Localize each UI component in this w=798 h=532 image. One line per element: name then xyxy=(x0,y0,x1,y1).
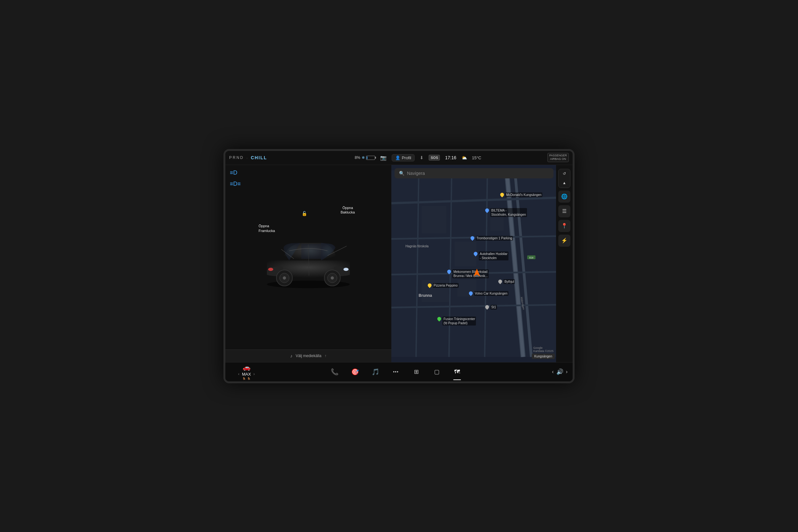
bythjul-label: Bythjul xyxy=(504,279,515,284)
map-location-button[interactable]: 📍 xyxy=(558,220,570,232)
status-left: PRND · CHILL xyxy=(229,155,267,160)
lock-icon[interactable]: 🔓 xyxy=(302,211,307,216)
poi-peppino[interactable]: Pizzeria Peppino xyxy=(428,283,459,288)
prnd-display: PRND xyxy=(229,155,244,160)
svg-point-9 xyxy=(331,277,334,280)
download-icon: ⬇ xyxy=(420,155,423,160)
poi-mekonomen[interactable]: Mekonomen BilverkstadBrunna / Mek Biltek… xyxy=(447,269,489,278)
autohallen-label: Autohallen Husbilar- Stockholm xyxy=(479,251,509,261)
open-baklucka-button[interactable]: ÖppnaBaklucka xyxy=(341,206,355,215)
camera-button[interactable]: 🎯 xyxy=(348,365,362,379)
charge-station-icon: ⚡ xyxy=(561,238,568,244)
poi-volvocar[interactable]: Volvo Car Kungsängen xyxy=(469,291,509,296)
drive-mode-chill: CHILL xyxy=(251,155,267,160)
dots-button[interactable]: ••• xyxy=(389,365,403,379)
snowflake-icon: ❄ xyxy=(362,155,365,160)
map-recenter-button[interactable]: ↺ ▲ xyxy=(558,169,570,188)
music-button[interactable]: 🎵 xyxy=(368,365,382,379)
seat-icon-right: 🪑 xyxy=(247,377,251,380)
left-panel: ≡D ≡D≡ ÖppnaFramlucka ÖppnaBaklucka 🔓 ⚡ xyxy=(225,165,391,362)
trombonstigen-pin xyxy=(470,235,475,241)
camera-icon: 🎯 xyxy=(351,368,359,376)
svg-point-6 xyxy=(283,277,286,280)
separator-dot: · xyxy=(246,155,248,160)
map-panel: E18 Mälarvägen 🔍 Navigera McD xyxy=(391,165,573,362)
profile-button[interactable]: 👤 Profil xyxy=(392,154,415,162)
seat-icons: 🪑 🪑 xyxy=(242,377,251,380)
media-source-label: Välj mediekälla xyxy=(296,354,321,358)
car-area: ÖppnaFramlucka ÖppnaBaklucka 🔓 ⚡ xyxy=(225,165,391,349)
poi-brunna: Brunna xyxy=(418,293,433,299)
google-label: Google xyxy=(533,346,553,349)
map-globe-button[interactable]: 🌐 xyxy=(558,191,570,203)
battery-percent: 8% xyxy=(355,155,360,160)
google-watermark: Google Kartdata ©2025 xyxy=(533,346,553,353)
passenger-airbag-badge: PASSENGER AIRBAG ON xyxy=(547,153,569,162)
baklucka-label: ÖppnaBaklucka xyxy=(341,206,355,214)
bythjul-pin xyxy=(498,279,503,284)
fusion-pin xyxy=(437,316,442,322)
camera-status-icon: 📷 xyxy=(380,155,386,161)
volume-next-button[interactable]: › xyxy=(566,369,568,375)
search-input-wrap[interactable]: 🔍 Navigera xyxy=(395,168,553,178)
search-icon: 🔍 xyxy=(399,171,404,176)
svg-point-3 xyxy=(268,268,273,271)
bottom-center: 📞 🎯 🎵 ••• ⊞ ▢ 🗺 xyxy=(262,365,529,379)
poi-autohallen[interactable]: Autohallen Husbilar- Stockholm xyxy=(474,251,509,261)
compass-icon: ▲ xyxy=(563,180,566,185)
status-center: 8% ❄ 📷 👤 Profil ⬇ SOS 17:16 ⛅ 15°C xyxy=(267,154,569,162)
car-bottom-icon[interactable]: 🚗 xyxy=(243,363,251,371)
svg-point-2 xyxy=(343,268,348,271)
music-icon: 🎵 xyxy=(372,368,380,376)
phone-icon: 📞 xyxy=(331,368,339,376)
st1-pin xyxy=(484,304,490,310)
phone-button[interactable]: 📞 xyxy=(327,365,342,379)
fan-speed-label: MAX xyxy=(242,372,251,377)
passenger-badge-line1: PASSENGER xyxy=(549,154,567,158)
passenger-badge-line2: AIRBAG ON xyxy=(549,157,567,161)
car-svg xyxy=(257,225,359,289)
seat-icon-left: 🪑 xyxy=(242,377,246,380)
profile-person-icon: 👤 xyxy=(395,155,400,160)
peppino-pin xyxy=(427,283,432,288)
poi-fusion[interactable]: Fusion Träningscenter(fd Popup Padel) xyxy=(437,317,476,325)
media-expand-icon: ↑ xyxy=(325,354,326,358)
biltema-pin xyxy=(484,208,490,213)
grid-icon: ⊞ xyxy=(414,368,419,375)
status-bar: PRND · CHILL 8% ❄ 📷 👤 Profil ⬇ SO xyxy=(225,151,573,165)
fan-next-button[interactable]: › xyxy=(253,372,255,376)
square-button[interactable]: ▢ xyxy=(430,365,444,379)
volume-icon[interactable]: 🔊 xyxy=(556,368,564,375)
volvocar-pin xyxy=(468,291,473,296)
map-charge-button[interactable]: ⚡ xyxy=(558,234,570,247)
volume-prev-button[interactable]: ‹ xyxy=(552,369,553,375)
map-search-bar[interactable]: 🔍 Navigera xyxy=(395,168,553,178)
bottom-bar: 🚗 ‹ MAX › 🪑 🪑 📞 🎯 xyxy=(225,362,573,381)
map-info-button[interactable]: ☰ xyxy=(558,205,570,217)
time-display: 17:16 xyxy=(445,155,456,160)
info-icon: ☰ xyxy=(562,208,567,214)
fan-prev-button[interactable]: ‹ xyxy=(238,372,240,376)
st1-label: St1 xyxy=(490,305,497,309)
sos-badge[interactable]: SOS xyxy=(429,155,440,160)
screen: PRND · CHILL 8% ❄ 📷 👤 Profil ⬇ SO xyxy=(224,149,574,383)
poi-st1[interactable]: St1 xyxy=(485,305,497,309)
poi-mcdonalds[interactable]: McDonald's Kungsängen xyxy=(500,192,543,197)
nav-icon: 🗺 xyxy=(454,368,460,375)
bottom-right: ‹ 🔊 › xyxy=(529,368,568,375)
autohallen-pin xyxy=(473,251,478,256)
current-location xyxy=(474,269,480,278)
poi-hagnas: Hagnäs förskola xyxy=(404,244,429,249)
music-note-icon: ♪ xyxy=(290,353,292,358)
poi-biltema[interactable]: BILTEMA -Stockholm, Kungsängen xyxy=(485,208,527,217)
map-sidebar: ↺ ▲ 🌐 ☰ 📍 ⚡ xyxy=(556,165,573,362)
battery-box xyxy=(366,156,375,160)
nav-button[interactable]: 🗺 xyxy=(450,365,464,379)
poi-trombonstigen[interactable]: Trombonstigen 1 Parking xyxy=(471,236,513,241)
square-icon: ▢ xyxy=(434,368,439,375)
recenter-icon: ↺ xyxy=(563,171,566,176)
grid-button[interactable]: ⊞ xyxy=(409,365,423,379)
poi-bythjul[interactable]: Bythjul xyxy=(498,279,515,284)
media-bar[interactable]: ♪ Välj mediekälla ↑ xyxy=(225,349,391,362)
main-content: ≡D ≡D≡ ÖppnaFramlucka ÖppnaBaklucka 🔓 ⚡ xyxy=(225,165,573,362)
